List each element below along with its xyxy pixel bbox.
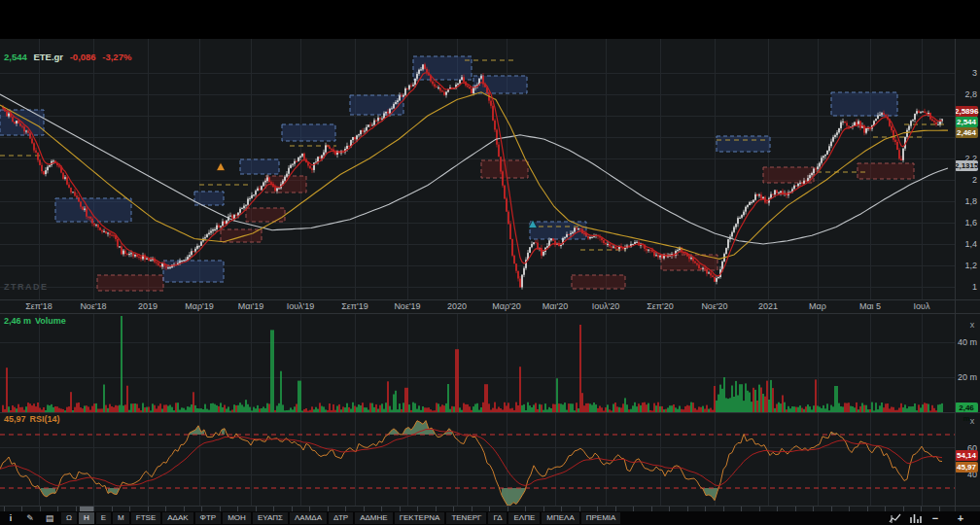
time-axis-label: Νοε'19 (380, 301, 435, 311)
draw-icon[interactable]: ✎ (22, 512, 38, 524)
toolbar-left: i✎▤ΩΗΕΜFTSEΑΔΑΚΦΤΡΜΟΗΕΥΑΠΣΛΑΜΔΑΔΤΡΑΔΜΗΕΓ… (3, 512, 881, 524)
symbol-tab-ΓΕΚΤΕΡΝΑ[interactable]: ΓΕΚΤΕΡΝΑ (395, 512, 445, 524)
time-axis-label: 2019 (121, 301, 175, 311)
rsi-chart[interactable] (0, 412, 955, 506)
rsi-indicator-name: RSI(14) (30, 414, 60, 424)
time-axis-label: Μαι'19 (224, 301, 278, 311)
price-candlestick-chart[interactable] (0, 39, 955, 299)
watchlist-icon[interactable]: ▤ (42, 512, 57, 524)
price-axis-tick: 2 (955, 175, 977, 185)
symbol-tab-ΑΔΑΚ[interactable]: ΑΔΑΚ (162, 512, 192, 524)
last-price-label: 2,544 (955, 117, 978, 127)
symbol-tab-ΤΕΝΕΡΓ[interactable]: ΤΕΝΕΡΓ (446, 512, 486, 524)
time-axis-label: Νοε'18 (66, 301, 121, 311)
bar-chart-icon[interactable] (909, 513, 922, 524)
symbol-tab-ΕΛΠΕ[interactable]: ΕΛΠΕ (508, 512, 540, 524)
time-axis-label: 2021 (741, 301, 795, 311)
platform-watermark: ZTRADE (4, 282, 49, 292)
price-change: -0,086 (70, 52, 96, 62)
time-axis-label: Σεπ'20 (633, 301, 687, 311)
timeframe-Μ[interactable]: Μ (113, 512, 129, 524)
price-axis-tick: 2,8 (955, 89, 977, 99)
chart-area: Σεπ'18Νοε'182019Μαρ'19Μαι'19Ιουλ'19Σεπ'1… (0, 39, 980, 511)
time-axis-label: Νοε'20 (687, 301, 742, 311)
price-axis-tick: 1 (955, 282, 977, 292)
chart-legend: 2,544 ETE.gr -0,086 -3,27% (4, 52, 135, 62)
symbol-tab-ΠΡΕΜΙΑ[interactable]: ΠΡΕΜΙΑ (581, 512, 621, 524)
rsi-pane-label: 45,97RSI(14) (4, 414, 64, 424)
time-axis-label: 2020 (430, 301, 484, 311)
volume-chart[interactable] (0, 314, 955, 412)
volume-value: 2,46 m (4, 316, 31, 326)
time-axis-label: Σεπ'18 (12, 301, 66, 311)
time-axis-label: Σεπ'19 (328, 301, 382, 311)
symbol-name: ETE.gr (33, 52, 63, 62)
price-axis[interactable]: 32,82,62,221,81,61,41,212,58962,5442,464… (955, 39, 980, 511)
symbol-tab-ΦΤΡ[interactable]: ΦΤΡ (195, 512, 222, 524)
time-axis-label: Μαρ'19 (172, 301, 227, 311)
symbol-tab-ΑΔΜΗΕ[interactable]: ΑΔΜΗΕ (355, 512, 392, 524)
slow-ma-price-label: 2,1315 (955, 160, 978, 171)
volume-pane-label: 2,46 mVolume (4, 316, 70, 326)
price-axis-tick: 1,4 (955, 239, 977, 249)
candlestick-chart-icon[interactable] (889, 513, 901, 524)
price-axis-tick: 3 (955, 68, 977, 78)
timeframe-Ε[interactable]: Ε (96, 512, 111, 524)
time-axis-label: Μαρ (790, 301, 845, 311)
trading-platform: Σεπ'18Νοε'182019Μαρ'19Μαι'19Ιουλ'19Σεπ'1… (0, 0, 980, 525)
time-axis-label: Μαι'20 (528, 301, 582, 311)
top-bar (0, 0, 980, 39)
rsi-value-label: 45,97 (955, 462, 978, 472)
alert-marker (217, 162, 226, 171)
pane-separator (0, 313, 980, 314)
timeframe-Ω[interactable]: Ω (61, 512, 77, 524)
time-axis-label: Ιουλ'20 (578, 301, 633, 311)
symbol-tab-ΜΠΕΛΑ[interactable]: ΜΠΕΛΑ (542, 512, 578, 524)
time-axis[interactable]: Σεπ'18Νοε'182019Μαρ'19Μαι'19Ιουλ'19Σεπ'1… (0, 299, 955, 314)
toolbar-right: − + (881, 512, 972, 524)
time-axis-label: Ιουλ'19 (273, 301, 328, 311)
pane-separator (0, 506, 980, 507)
symbol-tab-ΕΥΑΠΣ[interactable]: ΕΥΑΠΣ (253, 512, 288, 524)
last-price: 2,544 (4, 52, 27, 62)
symbol-tab-ΔΤΡ[interactable]: ΔΤΡ (329, 512, 353, 524)
zoom-in-button[interactable]: + (953, 512, 968, 524)
price-axis-tick: 1,6 (955, 218, 977, 228)
time-axis-label: Μαρ'20 (479, 301, 534, 311)
volume-axis-tick: 40 m (955, 337, 977, 347)
symbol-tab-ΜΟΗ[interactable]: ΜΟΗ (223, 512, 251, 524)
price-change-percent: -3,27% (102, 52, 131, 62)
timeframe-Η[interactable]: Η (79, 512, 94, 524)
symbol-tab-FTSE[interactable]: FTSE (131, 512, 160, 524)
symbol-tab-ΓΔ[interactable]: ΓΔ (488, 512, 507, 524)
rsi-signal-value-label: 54,14 (955, 450, 978, 461)
pane-separator (0, 412, 980, 413)
fast-ma-price-label: 2,5896 (955, 106, 978, 117)
time-axis-label: Μαι 5 (843, 301, 897, 311)
price-axis-tick: 1,2 (955, 261, 977, 270)
bottom-toolbar: i✎▤ΩΗΕΜFTSEΑΔΑΚΦΤΡΜΟΗΕΥΑΠΣΛΑΜΔΑΔΤΡΑΔΜΗΕΓ… (0, 511, 980, 525)
rsi-value: 45,97 (4, 414, 26, 424)
pane-separator (0, 299, 980, 300)
price-axis-tick: 1,8 (955, 196, 977, 206)
mid-ma-price-label: 2,464 (955, 127, 978, 138)
zoom-out-button[interactable]: − (928, 512, 943, 524)
volume-indicator-name: Volume (35, 316, 66, 326)
symbol-tab-ΛΑΜΔΑ[interactable]: ΛΑΜΔΑ (290, 512, 327, 524)
volume-axis-tick: 20 m (955, 372, 977, 382)
axis-separator (955, 39, 956, 511)
info-icon[interactable]: i (3, 512, 18, 524)
time-axis-label: Ιουλ (894, 301, 949, 311)
